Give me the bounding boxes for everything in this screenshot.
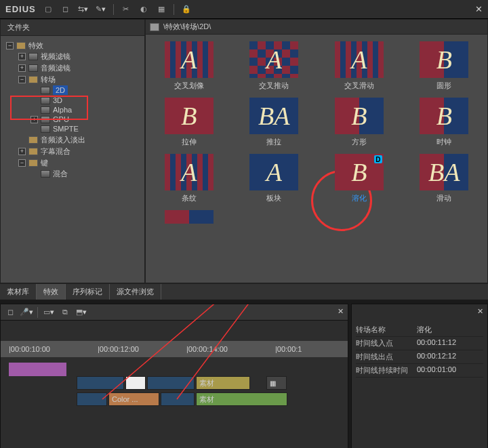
tree-item[interactable]: +GPU	[30, 115, 142, 123]
tree-item[interactable]: SMPTE	[30, 125, 142, 133]
eyedrop-icon[interactable]: ◐	[138, 4, 149, 15]
clip-icon	[41, 125, 50, 133]
expand-icon[interactable]: +	[30, 116, 38, 123]
tree-label: 键	[41, 158, 48, 168]
thumb-label: 拉伸	[182, 137, 197, 147]
thumb-letter: B	[181, 101, 197, 131]
audio-track[interactable]: Color ... 素材	[9, 392, 340, 406]
transition-thumb[interactable]: A交叉滑动	[321, 41, 397, 91]
clip-icon	[28, 53, 38, 60]
info-key: 时间线出点	[356, 352, 417, 362]
track-area[interactable]: 素材 ▦ Color ... 素材	[1, 357, 348, 411]
close-icon[interactable]: ✕	[475, 4, 483, 14]
timeline-clip[interactable]: Color ...	[108, 392, 159, 406]
ruler-tick: |00:00:1	[275, 345, 302, 353]
transition-thumb[interactable]: A条纹	[151, 154, 227, 203]
collapse-icon[interactable]: −	[18, 76, 26, 83]
tree-label: SMPTE	[53, 125, 79, 133]
folder-tab[interactable]: 文件夹	[1, 20, 144, 36]
open-icon[interactable]: ◻	[60, 4, 71, 15]
thumb-label: 条纹	[182, 193, 197, 203]
tree-item-2d[interactable]: 2D	[30, 85, 142, 95]
timeline-clip[interactable]	[125, 376, 146, 390]
tree-label: 3D	[53, 96, 62, 104]
tree-item-transitions[interactable]: −转场	[18, 75, 142, 85]
timeline-clip[interactable]: ▦	[266, 376, 287, 390]
transition-thumb[interactable]: B时钟	[407, 98, 483, 147]
tree-label: 字幕混合	[41, 146, 70, 157]
info-row: 时间线出点00:00:12:12	[356, 350, 483, 364]
tab-library[interactable]: 素材库	[0, 284, 37, 300]
expand-icon[interactable]: +	[18, 53, 26, 60]
folder-panel: 文件夹 −特效 +视频滤镜 +音频滤镜 −转场 2D 3D Alpha	[0, 19, 145, 283]
link-icon[interactable]: ⧉	[60, 307, 70, 318]
thumb-label: 交叉滑动	[344, 81, 374, 91]
transition-thumb[interactable]: BA推拉	[237, 98, 312, 147]
thumb-label: 板块	[266, 193, 281, 203]
timeline-clip[interactable]	[147, 376, 195, 390]
timeline-clip[interactable]	[77, 376, 124, 390]
timeline-clip[interactable]	[77, 392, 107, 406]
transition-thumb[interactable]: B方形	[321, 98, 397, 147]
clip-icon	[41, 116, 50, 123]
expand-icon[interactable]: +	[18, 64, 26, 72]
thumb-image: B	[420, 98, 468, 134]
cut-icon[interactable]: ✂	[121, 4, 131, 15]
group-icon[interactable]: ⬒▾	[76, 307, 87, 318]
separator	[174, 4, 174, 15]
info-panel: ✕ 转场名称溶化 时间线入点00:00:11:12 时间线出点00:00:12:…	[351, 304, 488, 448]
time-ruler[interactable]: |00:00:10:00 |00:00:12:00 |00:00:14:00 |…	[1, 341, 348, 357]
tree-item[interactable]: 音频淡入淡出	[18, 135, 142, 145]
mode-icon[interactable]: ▭▾	[43, 307, 54, 318]
tree-item[interactable]: 混合	[30, 169, 142, 179]
transition-thumb[interactable]: B拉伸	[151, 98, 227, 147]
tab-markers[interactable]: 序列标记	[66, 284, 110, 300]
tree-root[interactable]: −特效	[6, 41, 142, 51]
new-icon[interactable]: ▢	[43, 4, 54, 15]
transition-thumb[interactable]	[151, 210, 227, 224]
tree-item[interactable]: +视频滤镜	[18, 52, 142, 62]
close-icon[interactable]: ✕	[338, 307, 344, 316]
transition-thumb[interactable]: A板块	[237, 154, 312, 203]
close-icon[interactable]: ✕	[477, 307, 483, 316]
tools-icon[interactable]: ⇆▾	[78, 4, 89, 15]
tree-label: GPU	[53, 115, 69, 123]
tree-item[interactable]: 3D	[30, 96, 142, 104]
content-panel: \特效\转场\2D\ A交叉划像A交叉推动A交叉滑动B圆形B拉伸BA推拉B方形B…	[145, 19, 488, 283]
ruler-tick: |00:00:10:00	[9, 345, 50, 353]
thumb-label: 溶化	[352, 193, 367, 203]
transition-thumb[interactable]: B圆形	[407, 41, 483, 91]
expand-icon[interactable]: +	[18, 148, 26, 155]
path-bar: \特效\转场\2D\	[146, 20, 487, 35]
timeline-clip[interactable]	[161, 392, 195, 406]
clip-icon	[41, 106, 50, 114]
timeline-clip[interactable]: 素材	[196, 392, 287, 406]
ruler-tick: |00:00:12:00	[98, 345, 139, 353]
mic-icon[interactable]: 🎤▾	[21, 307, 32, 318]
collapse-icon[interactable]: −	[6, 42, 14, 49]
transition-thumb[interactable]: BD溶化	[321, 154, 397, 203]
tab-browser[interactable]: 源文件浏览	[110, 284, 161, 300]
tool-icon[interactable]: ◻	[5, 307, 16, 318]
edit-icon[interactable]: ✎▾	[96, 4, 106, 15]
video-track[interactable]	[9, 363, 66, 376]
tree-item[interactable]: +字幕混合	[18, 146, 142, 157]
transition-thumb[interactable]: A交叉划像	[151, 41, 227, 91]
thumb-label: 交叉划像	[174, 81, 204, 91]
transition-thumb[interactable]: BA滑动	[407, 154, 483, 203]
path-text: \特效\转场\2D\	[163, 22, 211, 32]
collapse-icon[interactable]: −	[18, 159, 26, 167]
lock-icon[interactable]: 🔒	[181, 4, 192, 15]
thumb-letter: B	[436, 45, 452, 75]
tree-item[interactable]: −键	[18, 158, 142, 168]
tree-item[interactable]: +音频滤镜	[18, 63, 142, 73]
video-track[interactable]: 素材 ▦	[9, 376, 340, 390]
tree-item[interactable]: Alpha	[30, 106, 142, 114]
folder-icon[interactable]	[150, 23, 159, 31]
transition-thumb[interactable]: A交叉推动	[237, 41, 312, 91]
timeline-clip[interactable]: 素材	[196, 376, 250, 390]
grid-icon[interactable]: ▦	[156, 4, 167, 15]
thumb-letter: A	[181, 45, 197, 75]
info-row: 时间线持续时间00:00:01:00	[356, 364, 483, 378]
tab-effects[interactable]: 特效	[37, 284, 66, 300]
